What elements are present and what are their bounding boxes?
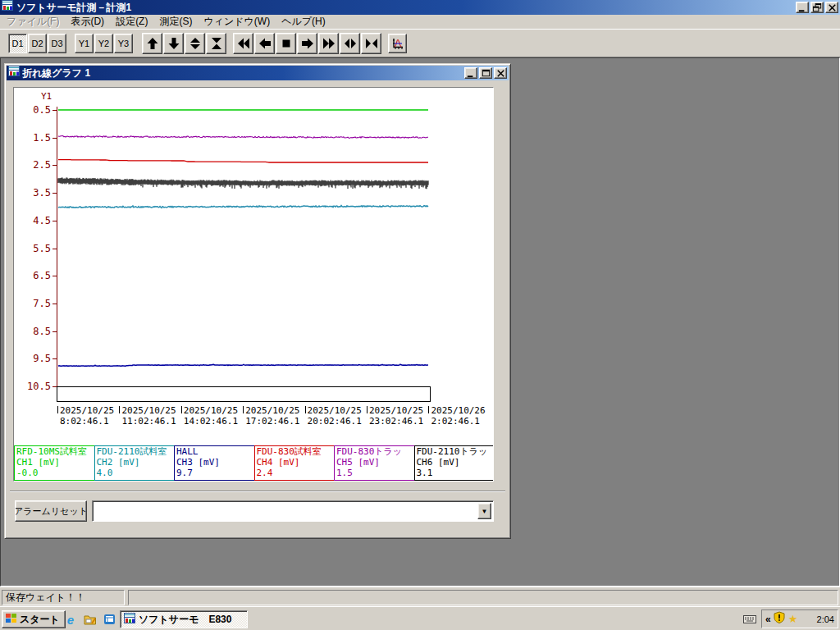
- series-ch6: [58, 177, 428, 189]
- outlook-icon[interactable]: [102, 611, 118, 628]
- y-tick-label: 1.5: [18, 133, 51, 143]
- series-ch2: [58, 206, 428, 208]
- legend-value: 3.1: [417, 468, 493, 478]
- series-ch3: [58, 364, 428, 366]
- ie-icon[interactable]: e: [62, 611, 79, 628]
- restore-button[interactable]: [810, 2, 824, 13]
- x-tick-mark: [428, 406, 429, 413]
- arrow-up-icon: [146, 37, 159, 50]
- compress-horizontal-button[interactable]: [361, 33, 381, 54]
- legend-channel: CH1 [mV]: [16, 457, 93, 468]
- toolbar-button-d3[interactable]: D3: [48, 34, 66, 53]
- legend-cell-ch3: HALLCH3 [mV]9.7: [174, 445, 255, 481]
- compress-vertical-button[interactable]: [206, 33, 226, 54]
- x-tick-time: 2:02:46.1: [431, 416, 480, 427]
- star-icon[interactable]: ★: [788, 614, 798, 624]
- y-tick-label: 7.5: [18, 299, 51, 308]
- minimize-icon: [797, 2, 808, 13]
- graph-minimize-button[interactable]: [464, 67, 477, 79]
- x-tick-date: 2025/10/25: [121, 405, 176, 416]
- legend-cell-ch6: FDU-2110トラッCH6 [mV]3.1: [414, 445, 495, 481]
- fast-forward-button[interactable]: [318, 33, 339, 54]
- rewind-button[interactable]: [233, 33, 253, 54]
- minimize-icon: [466, 68, 477, 79]
- status-bar: 保存ウェイト！！: [0, 587, 840, 606]
- y-tick-mark: [52, 138, 57, 139]
- menu-item[interactable]: 測定(S): [153, 14, 198, 30]
- window-title: ソフトサーモ計測－計測1: [16, 1, 796, 15]
- x-tick-label: 2025/10/2514:02:46.1: [181, 405, 245, 427]
- toolbar-button-y3[interactable]: Y3: [114, 34, 133, 53]
- legend-cell-ch1: RFD-10MS試料室CH1 [mV]-0.0: [14, 445, 95, 481]
- legend-value: 9.7: [176, 468, 253, 478]
- alarm-combobox[interactable]: ▼: [92, 500, 494, 522]
- x-tick-time: 14:02:46.1: [184, 416, 238, 427]
- graph-view-button[interactable]: [388, 34, 407, 53]
- menu-item[interactable]: 表示(D): [65, 14, 110, 30]
- app-icon: [8, 66, 20, 77]
- close-button[interactable]: [825, 2, 838, 13]
- x-tick-label: 2025/10/2511:02:46.1: [119, 405, 183, 427]
- main-titlebar: ソフトサーモ計測－計測1: [0, 0, 840, 15]
- arrow-left-button[interactable]: [254, 33, 275, 54]
- minimize-button[interactable]: [796, 2, 809, 13]
- y-tick-mark: [52, 331, 57, 332]
- channel-legend: RFD-10MS試料室CH1 [mV]-0.0FDU-2110試料室CH2 [m…: [14, 445, 494, 481]
- show-desktop-icon[interactable]: [82, 611, 98, 628]
- start-button[interactable]: スタート: [2, 610, 66, 628]
- x-tick-mark: [181, 406, 182, 413]
- compress-horizontal-icon: [365, 37, 378, 50]
- legend-cell-ch4: FDU-830試料室CH4 [mV]2.4: [254, 445, 336, 481]
- y-tick-mark: [52, 358, 57, 359]
- keyboard-icon[interactable]: [743, 613, 756, 629]
- x-tick-date: 2025/10/25: [60, 405, 114, 416]
- x-tick-date: 2025/10/26: [431, 405, 485, 416]
- alarm-reset-button[interactable]: アラームリセット: [15, 500, 87, 522]
- mdi-area: 折れ線グラフ 1 Y1 0.51.52.53.54.55.56.57.58.59…: [0, 57, 840, 587]
- series-ch4: [58, 160, 428, 162]
- legend-device-name: FDU-830試料室: [257, 446, 333, 457]
- series-ch5: [58, 136, 428, 139]
- graph-close-button[interactable]: [494, 67, 507, 79]
- x-tick-label: 2025/10/2520:02:46.1: [305, 405, 369, 427]
- menu-item[interactable]: ヘルプ(H): [276, 14, 331, 30]
- arrow-up-button[interactable]: [142, 33, 162, 54]
- expand-horizontal-button[interactable]: [340, 33, 360, 54]
- y-tick-label: 0.5: [18, 105, 51, 115]
- toolbar-button-d2[interactable]: D2: [28, 34, 47, 53]
- menu-item[interactable]: ウィンドウ(W): [198, 14, 276, 30]
- arrow-down-button[interactable]: [163, 33, 184, 54]
- toolbar-button-d1[interactable]: D1: [8, 34, 27, 53]
- x-tick-time: 23:02:46.1: [369, 416, 423, 427]
- y-tick-mark: [52, 249, 57, 249]
- graph-window-icon: [8, 66, 20, 80]
- arrow-right-icon: [301, 37, 314, 50]
- menu-item[interactable]: 設定(Z): [110, 14, 153, 30]
- main-window: ソフトサーモ計測－計測1 ファイル(F)表示(D)設定(Z)測定(S)ウィンドウ…: [0, 0, 840, 630]
- expand-vertical-button[interactable]: [185, 33, 205, 54]
- toolbar-button-y2[interactable]: Y2: [94, 34, 113, 53]
- y-tick-mark: [52, 165, 57, 166]
- windows-flag-icon: [5, 612, 17, 627]
- show-desktop-icon: [84, 613, 97, 626]
- x-tick-time: 17:02:46.1: [245, 416, 299, 427]
- legend-cell-ch5: FDU-830トラッCH5 [mV]1.5: [334, 445, 415, 481]
- arrow-right-button[interactable]: [297, 33, 317, 54]
- stop-icon: [280, 37, 293, 50]
- x-tick-label: 2025/10/2517:02:46.1: [243, 405, 307, 427]
- close-icon: [827, 2, 838, 13]
- chevron-left-icon[interactable]: «: [765, 614, 771, 625]
- x-tick-date: 2025/10/25: [184, 405, 238, 416]
- shield-icon[interactable]: [774, 611, 786, 627]
- app-icon: [124, 613, 135, 624]
- stop-button[interactable]: [276, 33, 296, 54]
- time-range-box: [57, 386, 431, 402]
- legend-value: 1.5: [336, 468, 413, 478]
- graph-window-titlebar: 折れ線グラフ 1: [7, 66, 509, 80]
- x-tick-label: 2025/10/258:02:46.1: [57, 405, 121, 427]
- toolbar-button-y1[interactable]: Y1: [75, 34, 94, 53]
- dropdown-arrow-icon[interactable]: ▼: [477, 503, 491, 519]
- graph-maximize-button[interactable]: [479, 67, 492, 79]
- taskbar-app-button[interactable]: ソフトサーモ E830: [120, 610, 248, 628]
- y-tick-mark: [52, 276, 57, 276]
